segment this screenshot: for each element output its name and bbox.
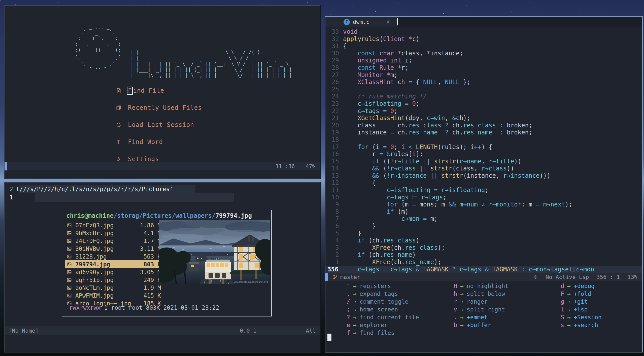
- whichkey-binding[interactable]: d→+debug: [547, 282, 602, 290]
- whichkey-column-3: d→+debugF→+foldg→+gitl→+lspS→+Sessions→+…: [547, 282, 602, 329]
- file-row[interactable]: 799794.jpg803 K: [65, 260, 163, 268]
- whichkey-binding[interactable]: ?→find current file: [333, 313, 419, 321]
- editor-code-line[interactable]: 7 c→mon = m;: [325, 215, 642, 223]
- editor-code-line[interactable]: 16 r = &rules[i];: [325, 151, 642, 158]
- editor-window[interactable]: C dwm.c × 33void32applyrules(Client *c)3…: [325, 16, 643, 352]
- line-number: 18: [325, 136, 343, 144]
- file-row[interactable]: 31228.jpg563 K: [65, 253, 163, 260]
- file-name: 31228.jpg: [75, 253, 107, 260]
- whichkey-binding[interactable]: H→no highlight: [440, 282, 509, 290]
- editor-code-line[interactable]: 21 XGetClassHint(dpy, c→win, &ch);: [325, 115, 642, 122]
- whichkey-key: .: [440, 314, 457, 321]
- whichkey-binding[interactable]: s→+search: [547, 321, 602, 329]
- editor-code-line[interactable]: 18: [325, 136, 642, 144]
- editor-code-line[interactable]: 2 if (ch.res_name): [325, 251, 642, 259]
- whichkey-binding[interactable]: e→explorer: [333, 321, 419, 329]
- scratch-window[interactable]: 2t///s/P//2/h/c/.l/s/n/s/p/p/s/r/r/s/Pic…: [4, 182, 320, 352]
- code-line-text: if (m): [343, 208, 409, 216]
- whichkey-binding[interactable]: f→find files: [333, 329, 419, 337]
- file-browser-popup[interactable]: chris@machine/storag/Pictures/wallpapers…: [62, 210, 272, 316]
- close-icon[interactable]: ×: [387, 18, 390, 25]
- file-browser-header: chris@machine/storag/Pictures/wallpapers…: [66, 212, 252, 219]
- editor-code-line[interactable]: 27 Monitor *m;: [325, 72, 642, 79]
- line-number: 29: [325, 57, 343, 64]
- whichkey-binding[interactable]: h→split below: [440, 290, 509, 298]
- editor-code-line[interactable]: 22 c→tags = 0;: [325, 108, 642, 115]
- editor-code-line[interactable]: 20 class = ch.res_class ? ch.res_class :…: [325, 122, 642, 129]
- file-row[interactable]: 30iNVBw.jpg3.11 M: [65, 245, 163, 253]
- whichkey-binding[interactable]: .→+emmet: [440, 313, 509, 321]
- editor-code-line[interactable]: 5 }: [325, 230, 642, 237]
- dashboard-item-find-word[interactable]: TFind Word: [115, 137, 202, 147]
- editor-code-line[interactable]: 13 && (!r→instance || strstr(instance, r…: [325, 172, 642, 180]
- editor-code-line[interactable]: 19 instance = ch.res_name ? ch.res_name …: [325, 129, 642, 136]
- editor-code-line[interactable]: 29 unsigned int i;: [325, 57, 642, 64]
- whichkey-binding[interactable]: "→registers: [333, 282, 419, 290]
- whichkey-binding[interactable]: ,→expand tags: [333, 290, 419, 298]
- file-row[interactable]: 9hMxcHr.jpg4.1 M: [65, 229, 163, 237]
- whichkey-binding[interactable]: r→ranger: [440, 298, 509, 305]
- whichkey-binding[interactable]: /→comment toggle: [333, 298, 419, 305]
- whichkey-binding[interactable]: S→+Session: [547, 313, 602, 321]
- editor-code-line[interactable]: 9 for (m = mons; m && m→num ≠ r→monitor;…: [325, 201, 642, 208]
- arrow-icon: →: [567, 283, 571, 289]
- whichkey-label: explorer: [360, 322, 388, 328]
- whichkey-binding[interactable]: l→+lsp: [547, 305, 602, 313]
- file-row[interactable]: 24LrDFQ.jpg1.7 M: [65, 237, 163, 245]
- line-number: 22: [325, 108, 343, 115]
- editor-code-line[interactable]: 14 && (!r→class || strstr(class, r→class…: [325, 165, 642, 172]
- editor-code-line[interactable]: 15 if ((!r→title || strstr(c→name, r→tit…: [325, 158, 642, 165]
- code-area: 33void32applyrules(Client *c)31{30 const…: [325, 28, 642, 273]
- file-name: ad6v90y.jpg: [75, 269, 114, 275]
- code-line-text: unsigned int i;: [343, 57, 412, 64]
- buffer-line[interactable]: 2t///s/P//2/h/c/.l/s/n/s/p/p/s/r/r/s/Pic…: [5, 185, 173, 193]
- whichkey-column-2: H→no highlighth→split belowr→rangerv→spl…: [440, 282, 509, 329]
- editor-code-line[interactable]: 25: [325, 86, 642, 93]
- editor-code-line[interactable]: 32applyrules(Client *c): [325, 35, 642, 43]
- editor-code-line[interactable]: 31{: [325, 43, 642, 50]
- line-number: 27: [325, 72, 343, 79]
- file-row[interactable]: APwFMIM.jpg415 K: [65, 292, 163, 299]
- tab-title: dwm.c: [353, 19, 369, 25]
- file-size: 1.7 M: [144, 238, 161, 244]
- file-row[interactable]: aoNcTLm.jpg1.9 M: [65, 284, 163, 292]
- editor-code-line[interactable]: 17 for (i = 0; i < LENGTH(rules); i++) {: [325, 144, 642, 151]
- line-number: 12: [325, 179, 343, 187]
- editor-code-line[interactable]: 3 XFree(ch.res_class);: [325, 244, 642, 252]
- editor-cursor-line[interactable]: 356 c→tags = c→tags & TAGMASK ? c→tags &…: [325, 266, 642, 273]
- file-row[interactable]: 07nEzQ3.jpg1.86 M: [65, 221, 163, 229]
- editor-code-line[interactable]: 26 XClassHint ch = { NULL, NULL };: [325, 79, 642, 86]
- editor-code-line[interactable]: 10 c→tags ⊨ r→tags;: [325, 194, 642, 201]
- editor-code-line[interactable]: 23 c→isfloating = 0;: [325, 100, 642, 108]
- editor-code-line[interactable]: 28 const Rule *r;: [325, 64, 642, 72]
- code-line-text: if (ch.res_class): [343, 237, 419, 244]
- whichkey-binding[interactable]: ;→home screen: [333, 305, 419, 313]
- arrow-icon: →: [460, 306, 464, 313]
- dashboard-item-find-file[interactable]: Find File: [115, 86, 202, 95]
- dashboard-item-recently-used-files[interactable]: Recently Used Files: [115, 103, 202, 113]
- tab-dwm-c[interactable]: C dwm.c ×: [325, 17, 397, 27]
- editor-code-line[interactable]: 4 if (ch.res_class): [325, 237, 642, 244]
- editor-code-line[interactable]: 30 const char *class, *instance;: [325, 50, 642, 57]
- editor-code-line[interactable]: 11 c→isfloating = r→isfloating;: [325, 187, 642, 194]
- cursor-position: 0,0-1: [240, 328, 256, 334]
- editor-code-line[interactable]: 8 if (m): [325, 208, 642, 216]
- buffer-line[interactable]: 1: [5, 193, 16, 202]
- file-row[interactable]: aghr5Ip.jpg249 K: [65, 276, 163, 284]
- editor-code-line[interactable]: 6 }: [325, 223, 642, 230]
- current-filename: 799794.jpg: [215, 212, 252, 219]
- file-size: 3.11 M: [140, 245, 161, 252]
- editor-code-line[interactable]: 12 {: [325, 179, 642, 187]
- editor-code-line[interactable]: 1 XFree(ch.res_name);: [325, 259, 642, 266]
- editor-code-line[interactable]: 33void: [325, 28, 642, 35]
- whichkey-binding[interactable]: b→+buffer: [440, 321, 509, 329]
- file-row[interactable]: ad6v90y.jpg3.05 M: [65, 268, 163, 276]
- line-number: 20: [325, 122, 343, 129]
- editor-code-line[interactable]: 24 /* rule matching */: [325, 93, 642, 100]
- whichkey-binding[interactable]: g→+git: [547, 298, 602, 305]
- dashboard-item-load-last-session[interactable]: Load Last Session: [115, 120, 202, 130]
- whichkey-binding[interactable]: v→split right: [440, 305, 509, 313]
- dashboard-cursor: F: [127, 87, 133, 95]
- whichkey-binding[interactable]: F→+fold: [547, 290, 602, 298]
- dashboard-window[interactable]: _ ... _ .` _ `. : ( `. : : . _ . : :) ()…: [4, 5, 320, 179]
